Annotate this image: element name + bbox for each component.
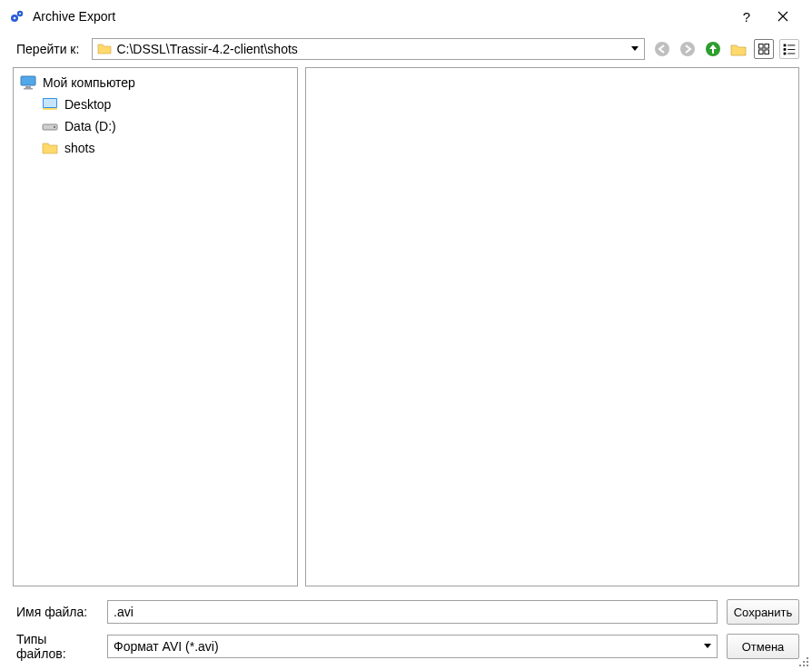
tree-item-shots[interactable]: shots — [14, 137, 297, 159]
svg-rect-25 — [807, 657, 808, 659]
filetype-label: Типы файлов: — [16, 632, 98, 661]
resize-grip-icon[interactable] — [797, 655, 810, 668]
folder-icon — [41, 140, 59, 156]
svg-point-5 — [680, 42, 695, 56]
tree-item-label: shots — [64, 141, 94, 155]
monitor-icon — [19, 74, 37, 91]
tree-item-label: Desktop — [64, 97, 111, 112]
new-folder-button[interactable] — [728, 39, 748, 59]
svg-rect-7 — [759, 44, 764, 49]
filename-label: Имя файла: — [16, 605, 98, 619]
goto-label: Перейти к: — [16, 42, 79, 56]
svg-rect-27 — [807, 661, 808, 663]
nav-forward-button[interactable] — [678, 39, 698, 59]
path-field[interactable]: C:\DSSL\Trassir-4.2-client\shots — [92, 38, 645, 60]
svg-rect-26 — [803, 661, 805, 663]
svg-rect-19 — [24, 88, 33, 90]
tree-item-drive[interactable]: Data (D:) — [14, 115, 297, 137]
nav-up-button[interactable] — [703, 39, 723, 59]
titlebar: Archive Export ? — [0, 0, 812, 33]
cancel-button[interactable]: Отмена — [727, 634, 799, 659]
save-button[interactable]: Сохранить — [727, 599, 799, 625]
svg-point-3 — [19, 13, 21, 15]
svg-rect-17 — [21, 76, 35, 85]
folder-tree-pane[interactable]: Мой компьютер Desktop Data (D:) shots — [13, 67, 298, 586]
svg-point-4 — [655, 42, 669, 56]
tree-item-label: Мой компьютер — [43, 75, 135, 90]
help-button[interactable]: ? — [728, 4, 765, 29]
window-title: Archive Export — [33, 9, 115, 24]
tree-item-label: Data (D:) — [64, 119, 116, 133]
svg-rect-14 — [787, 49, 795, 50]
svg-rect-22 — [43, 108, 57, 110]
svg-rect-18 — [25, 86, 31, 88]
svg-rect-30 — [807, 665, 808, 666]
close-button[interactable] — [765, 4, 801, 29]
drive-icon — [41, 118, 59, 134]
folder-icon — [96, 41, 113, 57]
file-browser-panes: Мой компьютер Desktop Data (D:) shots — [0, 67, 812, 594]
svg-rect-11 — [784, 44, 787, 47]
svg-rect-13 — [784, 48, 787, 51]
chevron-down-icon[interactable] — [631, 46, 639, 52]
svg-rect-16 — [787, 54, 795, 54]
filetype-value: Формат AVI (*.avi) — [114, 639, 219, 654]
file-list-pane[interactable] — [305, 67, 799, 586]
chevron-down-icon[interactable] — [704, 644, 711, 649]
svg-rect-28 — [799, 665, 801, 666]
tree-item-my-computer[interactable]: Мой компьютер — [14, 72, 297, 94]
svg-rect-10 — [765, 50, 769, 54]
svg-point-2 — [14, 17, 16, 20]
svg-rect-15 — [784, 53, 787, 55]
svg-rect-9 — [759, 50, 764, 54]
path-text: C:\DSSL\Trassir-4.2-client\shots — [116, 42, 297, 56]
save-form: Имя файла: .avi Сохранить Типы файлов: Ф… — [0, 594, 812, 670]
gears-icon — [9, 8, 25, 25]
svg-rect-21 — [44, 99, 56, 107]
filename-value: .avi — [114, 605, 134, 619]
nav-back-button[interactable] — [652, 39, 672, 59]
svg-point-24 — [54, 126, 55, 128]
svg-rect-12 — [787, 44, 795, 45]
svg-rect-29 — [803, 665, 805, 666]
view-icons-button[interactable] — [754, 39, 774, 59]
view-list-button[interactable] — [779, 39, 799, 59]
tree-item-desktop[interactable]: Desktop — [14, 94, 297, 115]
filetype-select[interactable]: Формат AVI (*.avi) — [107, 635, 718, 658]
filename-input[interactable]: .avi — [107, 600, 718, 624]
navbar: Перейти к: C:\DSSL\Trassir-4.2-client\sh… — [0, 33, 812, 67]
svg-rect-8 — [765, 44, 769, 49]
desktop-icon — [41, 96, 59, 113]
